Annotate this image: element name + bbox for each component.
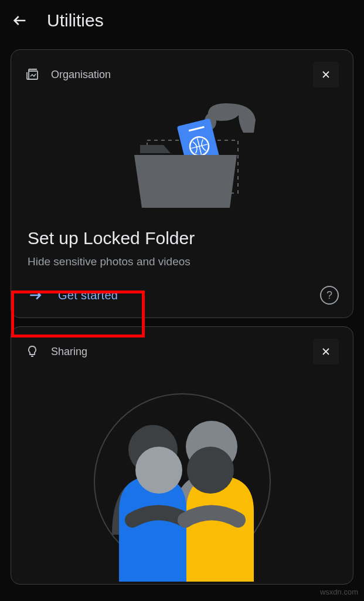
card-header: Organisation — [11, 50, 353, 93]
svg-point-10 — [187, 447, 234, 494]
svg-point-9 — [135, 447, 182, 494]
get-started-label: Get started — [58, 289, 118, 302]
organisation-card: Organisation — [11, 49, 353, 318]
locked-folder-illustration — [11, 93, 353, 228]
arrow-right-icon — [28, 288, 43, 303]
card-header: Sharing — [11, 327, 353, 370]
watermark: wsxdn.com — [320, 588, 358, 596]
close-button[interactable] — [313, 62, 339, 87]
card-header-left: Organisation — [25, 67, 111, 82]
help-icon: ? — [326, 289, 332, 302]
back-button[interactable] — [12, 12, 28, 29]
people-group-icon — [77, 382, 288, 582]
close-icon — [320, 69, 332, 80]
lightbulb-icon — [25, 345, 39, 359]
sharing-card: Sharing — [11, 326, 353, 585]
app-header: Utilities — [0, 0, 364, 41]
get-started-button[interactable]: Get started — [28, 288, 118, 303]
close-button[interactable] — [313, 339, 339, 364]
sharing-illustration — [11, 370, 353, 582]
section-label: Organisation — [51, 69, 111, 81]
folder-hand-icon — [106, 99, 258, 217]
help-button[interactable]: ? — [320, 286, 339, 305]
section-label: Sharing — [51, 346, 87, 358]
card-subtitle: Hide sensitive photos and videos — [11, 255, 353, 268]
card-action-row: Get started ? — [11, 286, 353, 318]
page-title: Utilities — [47, 11, 104, 31]
card-title: Set up Locked Folder — [11, 228, 353, 248]
photo-stack-icon — [25, 67, 39, 82]
arrow-left-icon — [12, 12, 28, 29]
card-header-left: Sharing — [25, 345, 87, 359]
close-icon — [320, 346, 332, 357]
